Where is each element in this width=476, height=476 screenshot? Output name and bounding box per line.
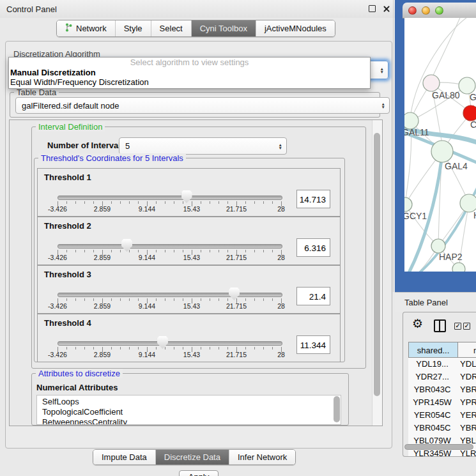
threshold-value-field[interactable]: 14.713 (296, 190, 330, 208)
network-node-label: C (470, 119, 476, 130)
table-data-combobox[interactable]: galFiltered.sif default node ▲▼ (15, 97, 390, 114)
network-node-gcy1[interactable] (404, 197, 412, 211)
slider-tick (263, 298, 264, 301)
axis-tick-label: 28 (277, 351, 285, 358)
network-edge[interactable] (433, 18, 461, 77)
tab-label: jActiveMNodules (265, 24, 326, 33)
tab-label: Select (160, 24, 183, 33)
tab-label: Discretize Data (164, 452, 220, 462)
table-row[interactable]: YER054CYER0 (408, 409, 476, 422)
split-columns-icon[interactable] (434, 319, 446, 332)
network-node-gal4[interactable] (431, 141, 453, 162)
apply-button[interactable]: Apply (179, 470, 219, 476)
minimize-traffic-light-icon[interactable] (422, 6, 430, 15)
axis-tick-label: 28 (277, 302, 285, 310)
slider-tick (254, 347, 255, 349)
column-header-shared-name[interactable]: shared... (408, 342, 458, 358)
attributes-scrollbar[interactable] (334, 396, 340, 422)
slider-thumb[interactable] (157, 336, 168, 349)
app-root: Control Panel NetworkStyleSelectCyni Too… (0, 0, 476, 476)
axis-tick-label: 2.859 (94, 351, 111, 358)
tab-impute-data[interactable]: Impute Data (93, 450, 155, 464)
slider-tick (201, 298, 201, 301)
threshold-value-field[interactable]: 6.316 (296, 238, 330, 257)
combo-arrows-icon: ▲▼ (279, 143, 282, 150)
dropdown-option-manual-discretization[interactable]: Manual Discretization (9, 68, 370, 77)
numerical-attributes-list[interactable]: SelfLoopsTopologicalCoefficientBetweenne… (36, 395, 341, 425)
attributes-group-title: Attributes to discretize (36, 369, 123, 378)
slider-track[interactable] (58, 341, 282, 346)
axis-tick-label: -3.426 (48, 302, 67, 310)
tab-select[interactable]: Select (151, 20, 191, 36)
network-node-h[interactable] (460, 194, 476, 212)
cell-name: YDL1 (456, 358, 476, 371)
close-icon[interactable] (383, 5, 390, 12)
slider-thumb[interactable] (121, 239, 132, 252)
slider-tick (120, 347, 121, 349)
scrollbar-thumb[interactable] (374, 133, 380, 396)
tab-jactivemnodules[interactable]: jActiveMNodules (256, 20, 335, 36)
number-of-intervals-label: Number of Intervals (47, 141, 125, 150)
zoom-traffic-light-icon[interactable] (435, 6, 443, 15)
attribute-item-selfloops[interactable]: SelfLoops (37, 397, 341, 407)
slider-tick (156, 298, 157, 301)
table-row[interactable]: YBR043CYBR0 (408, 383, 476, 396)
table-row[interactable]: YDL19...YDL1 (408, 358, 476, 371)
attribute-item-betweennesscentrality[interactable]: BetweennessCentrality (37, 417, 341, 425)
cyni-mode-tabs: Impute DataDiscretize DataInfer Network (93, 449, 296, 465)
tab-infer-network[interactable]: Infer Network (229, 450, 295, 464)
tab-style[interactable]: Style (115, 20, 151, 36)
tab-network[interactable]: Network (57, 20, 115, 36)
slider-tick (272, 250, 273, 252)
threshold-label: Threshold 3 (44, 270, 91, 279)
table-horizontal-scrollbar[interactable] (404, 444, 473, 450)
attribute-item-topologicalcoefficient[interactable]: TopologicalCoefficient (37, 407, 341, 417)
checked-checkbox-icon[interactable]: ✓ (463, 323, 470, 330)
slider-track[interactable] (58, 244, 282, 249)
network-node-c[interactable] (463, 105, 476, 121)
slider-tick (111, 298, 112, 301)
settings-vertical-scrollbar[interactable] (372, 120, 382, 426)
tab-discretize-data[interactable]: Discretize Data (155, 450, 229, 464)
slider-tick (227, 347, 228, 349)
slider-tick (272, 347, 273, 349)
slider-tick (66, 347, 67, 349)
tab-label: Style (124, 24, 142, 33)
slider-track[interactable] (58, 293, 282, 297)
dropdown-option-equal-width-frequency[interactable]: Equal Width/Frequency Discretization (9, 77, 370, 87)
network-node-hap2[interactable] (431, 239, 445, 253)
checked-checkbox-icon[interactable]: ✓ (454, 323, 461, 330)
threshold-value-field[interactable]: 11.344 (296, 335, 330, 354)
network-canvas[interactable]: GAL80GACGAL11GAL4GCY1HHAP2 (404, 18, 476, 272)
slider-track[interactable] (58, 196, 282, 200)
tab-cyni-toolbox[interactable]: Cyni Toolbox (191, 20, 256, 36)
axis-tick-label: 9.144 (139, 205, 155, 213)
network-edge[interactable] (407, 269, 459, 272)
network-node-gal80[interactable] (423, 75, 440, 91)
axis-tick-label: 15.43 (183, 254, 200, 261)
tab-label: Infer Network (238, 452, 287, 462)
threshold-value-field[interactable]: 21.4 (296, 287, 330, 305)
slider-tick (66, 250, 67, 252)
number-of-intervals-combobox[interactable]: 5 ▲▼ (119, 137, 287, 155)
slider-tick (201, 201, 201, 204)
dropdown-placeholder: Select algorithm to view settings (9, 58, 370, 68)
tab-label: Impute Data (102, 452, 147, 462)
slider-tick (156, 347, 157, 349)
table-row[interactable]: YDR27...YDR2 (408, 371, 476, 383)
table-panel: ⚙ ✓ ✓ shared... n YDL19...YDL1YDR27...YD… (403, 312, 476, 457)
table-row[interactable]: YBR045CYBR0 (408, 422, 476, 434)
network-node-label: H (473, 210, 476, 220)
axis-tick-label: 9.144 (139, 351, 155, 358)
network-node[interactable] (452, 263, 465, 272)
close-traffic-light-icon[interactable] (408, 6, 417, 15)
slider-tick (245, 250, 246, 252)
float-window-icon[interactable] (369, 5, 376, 12)
slider-tick (93, 298, 94, 301)
table-row[interactable]: YPR145WYPR1 (408, 396, 476, 409)
slider-thumb[interactable] (229, 288, 240, 300)
settings-gear-icon[interactable]: ⚙ (412, 316, 423, 331)
slider-tick (245, 347, 246, 349)
slider-tick (120, 201, 121, 204)
column-header-name[interactable]: n (458, 342, 476, 358)
